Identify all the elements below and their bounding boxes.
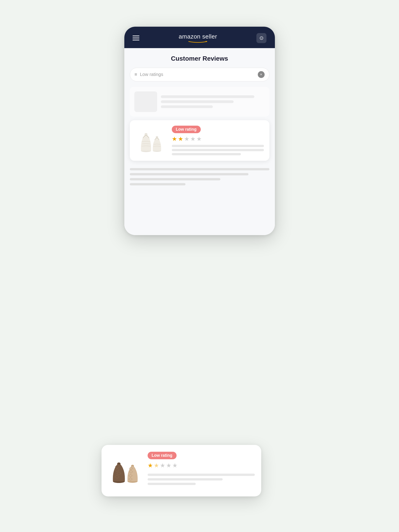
clear-icon: × [260, 73, 262, 76]
clear-filter-button[interactable]: × [258, 71, 265, 78]
ghost-line-2 [161, 100, 234, 103]
star-2-4: ★ [166, 462, 171, 469]
page-title: Customer Reviews [130, 55, 270, 62]
camera-icon: ⊙ [259, 35, 264, 41]
ghost-product-image [134, 91, 157, 112]
skeleton-line-2 [130, 173, 248, 175]
amazon-seller-logo: amazon seller [179, 33, 217, 43]
floating-line-3 [148, 483, 196, 485]
star-2-5: ★ [172, 462, 178, 469]
skeleton-lines [130, 165, 270, 189]
floating-card-top: Low rating ★ ★ ★ ★ ★ [108, 452, 255, 486]
review-card-1[interactable]: Low rating ★ ★ ★ ★ ★ [130, 120, 270, 161]
low-rating-badge-2: Low rating [148, 452, 177, 459]
ghost-line-3 [161, 105, 213, 108]
phone-device: amazon seller ⊙ Customer Reviews ≡ Low r… [124, 27, 275, 235]
review-lines-1 [172, 145, 264, 155]
star-2-2: ★ [154, 462, 159, 469]
menu-button[interactable] [133, 36, 139, 40]
floating-review-lines [148, 474, 255, 485]
white-vase-image [136, 126, 166, 155]
review-card-2[interactable]: Low rating ★ ★ ★ ★ ★ [102, 445, 261, 496]
floating-card-info: Low rating ★ ★ ★ ★ ★ [148, 452, 255, 485]
star-1-3: ★ [184, 135, 189, 143]
star-2-1: ★ [148, 462, 153, 469]
star-1-4: ★ [190, 135, 195, 143]
stars-1: ★ ★ ★ ★ ★ [172, 135, 264, 143]
floating-line-1 [148, 474, 255, 476]
skeleton-line-4 [130, 183, 186, 185]
star-1-2: ★ [178, 135, 183, 143]
skeleton-line-3 [130, 178, 221, 180]
star-1-1: ★ [172, 135, 177, 143]
review-info-1: Low rating ★ ★ ★ ★ ★ [172, 126, 264, 155]
skeleton-line-1 [130, 168, 270, 170]
product-image-1 [135, 126, 167, 155]
filter-text: Low ratings [140, 72, 255, 77]
brown-vase-image [108, 452, 142, 486]
camera-button[interactable]: ⊙ [257, 33, 266, 43]
review-text-line-1 [172, 145, 264, 147]
star-2-3: ★ [160, 462, 165, 469]
scene: amazon seller ⊙ Customer Reviews ≡ Low r… [97, 27, 302, 506]
review-text-line-3 [172, 153, 241, 155]
filter-bar[interactable]: ≡ Low ratings × [130, 68, 270, 81]
stars-2: ★ ★ ★ ★ ★ [148, 462, 255, 469]
ghost-text-lines [161, 91, 265, 112]
star-1-5: ★ [196, 135, 202, 143]
ghost-line-1 [161, 95, 254, 98]
svg-marker-0 [206, 41, 207, 42]
phone-content: Customer Reviews ≡ Low ratings × [124, 48, 275, 235]
review-text-line-2 [172, 149, 264, 151]
amazon-arrow-icon [187, 40, 208, 43]
filter-icon: ≡ [135, 72, 137, 77]
low-rating-badge-1: Low rating [172, 126, 201, 133]
ghost-list-item [130, 87, 270, 116]
logo-text: amazon seller [179, 33, 217, 40]
floating-line-2 [148, 478, 223, 481]
phone-header: amazon seller ⊙ [124, 27, 275, 48]
